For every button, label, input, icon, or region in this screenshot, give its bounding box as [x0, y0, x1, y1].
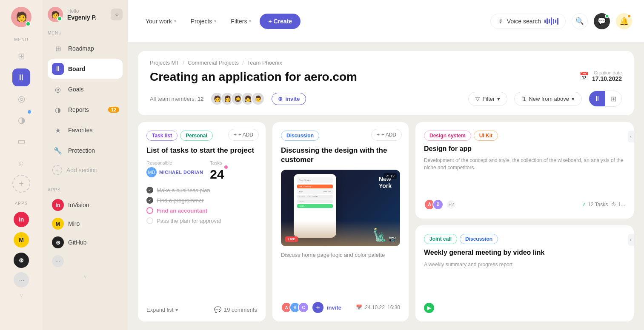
main-area: Your work ▾ Projects ▾ Filters ▾ + Creat… [128, 0, 644, 330]
search-button[interactable]: 🔍 [572, 13, 588, 29]
app-invision-wide[interactable]: in InVision [48, 196, 123, 214]
sidebar-item-goals[interactable]: ◎ Goals [48, 80, 123, 99]
sidebar-item-add[interactable]: + [12, 175, 30, 193]
check-item-4: Pass the plan for approval [146, 217, 257, 224]
goals-label: Goals [68, 86, 84, 93]
meeting-tags: Joint call Discussion [424, 234, 625, 244]
app-github-narrow[interactable]: ⊛ [14, 253, 29, 268]
check-text-4: Pass the plan for approval [157, 218, 221, 224]
breadcrumb-projects-mt[interactable]: Projects MT [150, 60, 179, 66]
app-github-wide[interactable]: ⊛ GitHub [48, 233, 123, 252]
roadmap-icon: ⊞ [52, 43, 64, 54]
top-nav-left: Your work ▾ Projects ▾ Filters ▾ + Creat… [140, 14, 487, 29]
wave-bar-4 [551, 17, 552, 25]
sidebar-item-roadmap[interactable]: ⊞ Roadmap [48, 39, 123, 58]
online-indicator [26, 21, 31, 26]
tag-discussion: Discussion [281, 131, 319, 141]
breadcrumb-team-phoenix[interactable]: Team Phoenix [247, 60, 282, 66]
goals-icon: ◎ [52, 83, 64, 95]
user-avatar-narrow[interactable]: 🧑 [11, 7, 31, 27]
responsible-name: MICHAEL DORIAN [159, 170, 203, 175]
menu-label-wide: MENU [48, 31, 123, 35]
meeting-go-button[interactable]: ▶ [424, 303, 434, 313]
filter-label: Filter [482, 96, 495, 102]
app-miro-wide[interactable]: M Miro [48, 214, 123, 233]
sidebar-item-reports[interactable]: ◑ Reports 12 [48, 100, 123, 119]
voice-search-label: Voice search [507, 18, 541, 25]
team-count: 12 [197, 96, 203, 102]
design-description: Development of the concept and style, th… [424, 157, 625, 171]
task-add-label: + ADD [238, 132, 253, 138]
notifications-button[interactable]: 💬 [594, 13, 610, 29]
your-work-chevron: ▾ [174, 19, 176, 23]
protection-label: Protection [68, 147, 95, 154]
responsible-block: Responsible MD MICHAEL DORIAN [146, 160, 203, 182]
sidebar-item-board[interactable]: ⏸ Board [48, 59, 123, 79]
tag-joint-call: Joint call [424, 234, 457, 244]
content-area: Projects MT / Commercial Projects / Team… [128, 43, 644, 330]
tag-tasklist: Task list [146, 131, 177, 141]
new-from-above-label: New from above [529, 96, 569, 102]
invite-button[interactable]: ⊕ invite [272, 93, 306, 105]
more-apps-narrow[interactable]: ⋯ [14, 272, 29, 287]
check-circle-3 [146, 207, 153, 214]
add-section-item[interactable]: + Add section [48, 161, 123, 179]
expand-chevron: ▾ [175, 307, 178, 313]
user-avatar-wide[interactable]: 🧑 [48, 7, 63, 22]
discussion-invite-button[interactable]: + [312, 302, 323, 313]
creation-date-value: 17.10.2022 [592, 75, 622, 82]
comments-badge[interactable]: 💬 19 comments [214, 306, 257, 313]
sidebar-item-goals[interactable]: ◎ [12, 90, 30, 108]
project-meta-row: All team members: 12 🧑 👩 🧔 👧 👨 ⊕ invite … [150, 91, 622, 107]
statue-icon: 🗽 [372, 228, 387, 242]
apps-label-narrow: APPS [15, 201, 28, 206]
hello-text: Hello [67, 8, 106, 14]
filter-button[interactable]: ▽ Filter ▾ [468, 92, 507, 106]
design-time: 1... [618, 202, 625, 208]
sidebar-item-messages[interactable]: ▭ [12, 132, 30, 150]
calendar-icon: 📅 [579, 71, 589, 81]
create-button[interactable]: + Create [260, 14, 301, 29]
design-meta-row: A B +2 ✓ 12 Tasks ⏱ 1... [424, 199, 625, 210]
projects-nav[interactable]: Projects ▾ [185, 14, 223, 28]
expand-row: Expand list ▾ 💬 19 comments [146, 306, 257, 313]
collapse-sidebar-button[interactable]: « [111, 9, 123, 20]
app-miro-narrow[interactable]: M [14, 232, 29, 248]
mic-icon: 🎙 [498, 18, 504, 25]
sidebar-item-grid[interactable]: ⊞ [12, 47, 30, 65]
disc-add-label: + ADD [381, 132, 396, 138]
new-from-above-button[interactable]: ⇅ New from above ▾ [514, 92, 582, 106]
sidebar-item-board[interactable]: ⏸ [12, 68, 30, 86]
check-circle-4 [146, 217, 153, 224]
your-work-nav[interactable]: Your work ▾ [140, 14, 182, 28]
voice-wave [544, 17, 558, 25]
more-apps-wide[interactable]: ⋯ [48, 252, 123, 270]
task-add-button[interactable]: + + ADD [228, 129, 259, 141]
expand-list-button[interactable]: Expand list ▾ [146, 307, 178, 313]
breadcrumb: Projects MT / Commercial Projects / Team… [150, 60, 622, 66]
projects-label: Projects [191, 18, 212, 25]
discussion-description: Discuss home page logic and color palett… [281, 251, 400, 259]
check-circle-1: ✓ [146, 187, 153, 193]
creation-date-info: Creation date 17.10.2022 [592, 70, 622, 82]
invite-icon: ⊕ [278, 96, 283, 102]
add-section-label: Add section [66, 167, 97, 174]
view-toggle: ⏸ ⊞ [589, 91, 622, 107]
sidebar-item-search[interactable]: ⌕ [12, 154, 30, 171]
breadcrumb-commercial[interactable]: Commercial Projects [188, 60, 239, 66]
grid-view-button[interactable]: ⊞ [605, 91, 621, 106]
voice-search-button[interactable]: 🎙 Voice search [490, 14, 566, 29]
wave-bar-2 [547, 18, 548, 24]
bell-button[interactable]: 🔔 [616, 13, 632, 29]
miro-icon: M [52, 218, 64, 230]
design-av-2: B [432, 199, 444, 210]
invision-label: InVision [68, 202, 89, 208]
app-invision-narrow[interactable]: in [14, 212, 29, 227]
sidebar-item-favorites[interactable]: ★ Favorites [48, 120, 123, 140]
board-view-button[interactable]: ⏸ [589, 91, 605, 106]
filters-nav[interactable]: Filters ▾ [225, 14, 257, 28]
discussion-add-button[interactable]: + + ADD [371, 129, 402, 141]
discussion-card: Discussion + + ADD Discussing the design… [272, 122, 409, 321]
sidebar-item-protection[interactable]: 🔧 Protection [48, 141, 123, 160]
sidebar-item-reports[interactable]: ◑ [12, 111, 30, 129]
